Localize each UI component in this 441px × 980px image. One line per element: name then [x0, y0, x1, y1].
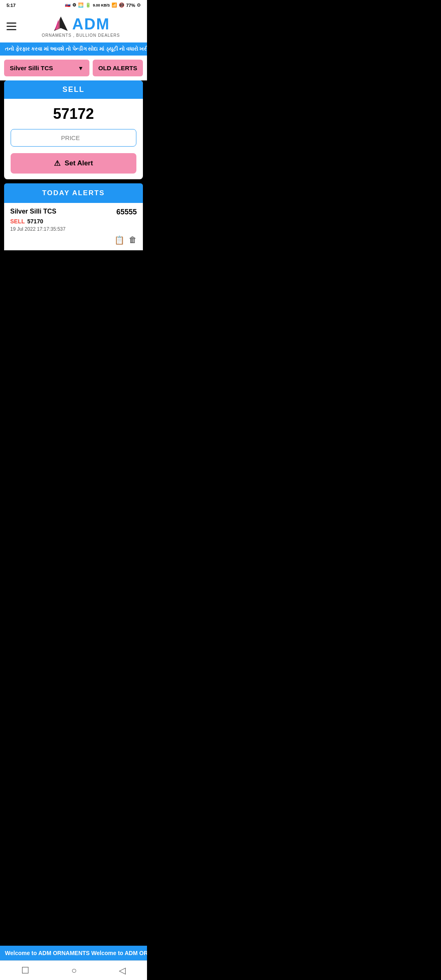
- current-price-display: 57172: [4, 99, 143, 126]
- status-bar: 5:17 🇸🇰 ⚙ 🌅 🔋 9.00 KB/S 📶 📵 77% ⊙: [0, 0, 147, 10]
- alert-date: 19 Jul 2022 17:17:35:537: [10, 226, 137, 232]
- network-speed: 9.00 KB/S: [93, 3, 110, 7]
- app-header: ADM ORNAMENTS , BULLION DEALERS: [0, 10, 147, 42]
- wifi-icon: 📶: [111, 2, 117, 8]
- logo-triangle-icon: [52, 15, 70, 33]
- network-icon: ⚙: [72, 2, 76, 8]
- battery-icon: ⊙: [137, 2, 140, 8]
- sell-header: SELL: [4, 80, 143, 99]
- alert-card: Silver Silli TCS 65555 SELL 57170 19 Jul…: [4, 203, 143, 250]
- alert-trigger-price: 57170: [27, 218, 43, 225]
- set-alert-label: Set Alert: [65, 159, 93, 167]
- alert-commodity: Silver Silli TCS: [10, 208, 56, 215]
- logo-area: ADM ORNAMENTS , BULLION DEALERS: [21, 15, 140, 38]
- menu-button[interactable]: [7, 22, 16, 30]
- commodity-dropdown[interactable]: Silver Silli TCS ▼: [4, 60, 89, 76]
- old-alerts-button[interactable]: OLD ALERTS: [93, 60, 143, 76]
- alert-card-top: Silver Silli TCS 65555: [10, 208, 137, 216]
- chevron-down-icon: ▼: [78, 65, 84, 71]
- price-input-container: [4, 126, 143, 150]
- status-icons: 🇸🇰 ⚙ 🌅 🔋 9.00 KB/S 📶 📵 77% ⊙: [65, 2, 140, 8]
- logo-text: ADM: [72, 16, 110, 32]
- alert-actions: 📋 🗑: [10, 235, 137, 245]
- set-alert-button[interactable]: ⚠ Set Alert: [11, 153, 136, 174]
- edit-icon[interactable]: 📋: [114, 235, 125, 245]
- sun-icon: 🌅: [78, 2, 84, 8]
- dropdown-label: Silver Silli TCS: [10, 65, 53, 71]
- alert-sell-row: SELL 57170: [10, 218, 137, 225]
- black-space: [0, 250, 147, 422]
- alert-target-price: 65555: [116, 208, 137, 216]
- battery-percent: 77%: [126, 3, 135, 8]
- delete-icon[interactable]: 🗑: [129, 235, 137, 245]
- sell-section: SELL 57172 ⚠ Set Alert: [4, 80, 143, 179]
- logo-subtitle: ORNAMENTS , BULLION DEALERS: [42, 33, 120, 38]
- flag-icon: 🇸🇰: [65, 2, 71, 8]
- alert-type-label: SELL: [10, 218, 25, 225]
- status-time: 5:17: [7, 3, 16, 8]
- svg-marker-2: [56, 18, 60, 30]
- logo-top: ADM: [52, 15, 110, 33]
- today-alerts-header: TODAY ALERTS: [4, 183, 143, 203]
- ticker-text: તનો ફેરફાર કરવા માં આવશે તો પેન્ડીંગ સોદ…: [5, 46, 147, 52]
- signal-icon: 📵: [119, 2, 125, 8]
- price-input[interactable]: [11, 129, 136, 147]
- controls-row: Silver Silli TCS ▼ OLD ALERTS: [0, 56, 147, 80]
- alert-triangle-icon: ⚠: [54, 159, 60, 168]
- bluetooth-icon: 🔋: [85, 2, 91, 8]
- ticker-banner: તનો ફેરફાર કરવા માં આવશે તો પેન્ડીંગ સોદ…: [0, 42, 147, 56]
